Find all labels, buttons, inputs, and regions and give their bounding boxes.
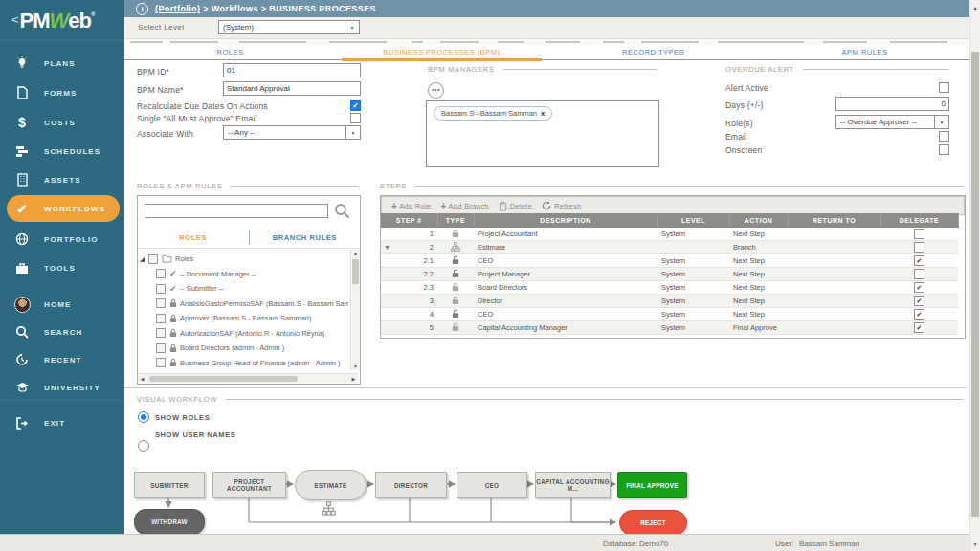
step-row[interactable]: 1 Project AccountantSystemNext Step xyxy=(381,228,958,241)
sidebar-item-portfolio[interactable]: PORTFOLIO xyxy=(0,228,124,251)
node-ceo[interactable]: CEO xyxy=(457,472,527,498)
pmweb-logo[interactable]: <PMWeb® xyxy=(11,9,94,33)
step-row-branch[interactable]: ▼2 EstimateBranch xyxy=(381,241,958,254)
email-checkbox[interactable] xyxy=(939,131,949,142)
show-user-names-radio[interactable] xyxy=(138,440,149,452)
sidebar-item-forms[interactable]: FORMS xyxy=(0,81,124,104)
node-director[interactable]: DIRECTOR xyxy=(375,472,447,498)
node-project-accountant[interactable]: PROJECT ACCOUNTANT xyxy=(212,472,286,498)
show-roles-radio[interactable] xyxy=(138,411,149,423)
delegate-checkbox[interactable] xyxy=(914,309,924,320)
node-capital-accounting[interactable]: CAPITAL ACCOUNTING M... xyxy=(535,472,611,498)
step-row[interactable]: 2.2 Project ManagerSystemNext Step xyxy=(381,268,958,281)
sidebar-item-university[interactable]: UNIVERSITY xyxy=(0,376,124,399)
row-expander-icon[interactable]: ▼ xyxy=(384,244,390,251)
scroll-up-icon[interactable]: ▲ xyxy=(970,5,980,11)
vertical-scrollbar[interactable]: ▲ ▼ xyxy=(969,0,980,551)
sidebar-item-workflows[interactable]: ✔ WORKFLOWS xyxy=(0,197,124,220)
delegate-checkbox[interactable] xyxy=(914,296,924,306)
tree-item[interactable]: Board Directors (admin - Admin ) xyxy=(140,341,348,356)
col-delegate[interactable]: DELEGATE xyxy=(880,213,958,228)
bpm-name-input[interactable] xyxy=(223,81,361,96)
col-level[interactable]: LEVEL xyxy=(657,213,729,228)
breadcrumb-portfolio-link[interactable]: (Portfolio) xyxy=(155,4,200,13)
delegate-checkbox[interactable] xyxy=(914,269,924,279)
scrollbar-thumb[interactable] xyxy=(352,259,359,284)
col-return-to[interactable]: RETURN TO xyxy=(788,213,880,228)
scrollbar-thumb[interactable] xyxy=(149,376,298,382)
node-submitter[interactable]: SUBMITTER xyxy=(134,472,205,498)
tree-checkbox[interactable] xyxy=(156,298,166,308)
node-reject[interactable]: REJECT xyxy=(619,510,687,536)
scroll-left-icon[interactable]: ◀ xyxy=(138,376,146,382)
tree-item[interactable]: Business Group Head of Finance (admin - … xyxy=(140,356,348,369)
scroll-right-icon[interactable]: ▶ xyxy=(349,376,358,382)
bpm-managers-picker-button[interactable]: ••• xyxy=(428,82,444,99)
scroll-down-icon[interactable]: ▼ xyxy=(970,541,980,547)
tree-item[interactable]: ✔ -- Document Manager -- xyxy=(140,267,348,282)
delegate-checkbox[interactable] xyxy=(914,242,924,253)
associate-with-dropdown[interactable]: -- Any -- ▼ xyxy=(223,125,361,140)
tree-item[interactable]: AnalisisGastoPermisoSAF (Bassam.S - Bass… xyxy=(140,297,348,312)
sidebar-item-tools[interactable]: TOOLS xyxy=(0,256,124,279)
col-description[interactable]: DESCRIPTION xyxy=(474,213,657,228)
scrollbar-thumb[interactable] xyxy=(971,52,979,517)
step-row[interactable]: 2.3 Board DirectorsSystemNext Step xyxy=(381,281,958,295)
scroll-up-icon[interactable]: ▲ xyxy=(351,251,360,256)
tab-roles[interactable]: ROLES xyxy=(124,45,336,59)
node-withdraw[interactable]: WITHDRAW xyxy=(134,509,205,535)
alert-active-checkbox[interactable] xyxy=(939,82,949,93)
tree-checkbox[interactable] xyxy=(156,284,166,294)
add-role-button[interactable]: +Add Role xyxy=(391,201,431,211)
tree-vertical-scrollbar[interactable]: ▲ ▼ xyxy=(350,250,360,370)
tree-checkbox[interactable] xyxy=(156,328,166,338)
step-row[interactable]: 5 Capital Accounting ManagerSystemFinal … xyxy=(381,321,958,335)
delegate-checkbox[interactable] xyxy=(914,255,924,266)
tab-business-processes[interactable]: BUSINESS PROCESSES (BPM) xyxy=(336,45,547,59)
select-level-dropdown[interactable]: (System) ▼ xyxy=(218,20,360,34)
tree-expander-icon[interactable]: ◢ xyxy=(140,255,147,263)
step-row[interactable]: 3 DirectorSystemNext Step xyxy=(381,295,958,308)
sidebar-item-home[interactable]: HOME xyxy=(0,293,124,316)
node-final-approve[interactable]: FINAL APPROVE xyxy=(617,472,687,498)
sidebar-item-costs[interactable]: $ COSTS xyxy=(0,111,124,134)
sidebar-item-recent[interactable]: RECENT xyxy=(0,348,124,371)
col-type[interactable]: TYPE xyxy=(437,213,474,228)
tree-checkbox[interactable] xyxy=(156,358,166,367)
scroll-down-icon[interactable]: ▼ xyxy=(351,364,360,369)
tree-item[interactable]: Approver (Bassam.S - Bassam Samman) xyxy=(140,311,348,326)
col-action[interactable]: ACTION xyxy=(729,213,788,228)
onscreen-checkbox[interactable] xyxy=(939,144,949,155)
delegate-checkbox[interactable] xyxy=(914,229,924,239)
sidebar-item-plans[interactable]: PLANS xyxy=(0,52,124,75)
roles-subtab[interactable]: ROLES xyxy=(138,233,249,242)
delete-button[interactable]: Delete xyxy=(499,201,532,211)
branch-rules-subtab[interactable]: BRANCH RULES xyxy=(250,233,361,242)
col-step[interactable]: STEP # xyxy=(381,213,437,228)
single-email-checkbox[interactable] xyxy=(350,113,361,123)
add-branch-button[interactable]: +Add Branch xyxy=(440,201,488,211)
manager-tag-remove[interactable]: x xyxy=(541,109,545,118)
roles-search-input[interactable] xyxy=(145,204,328,218)
tree-item[interactable]: AutorizacionSAF (Antonio.R - Antonio Rey… xyxy=(140,326,348,342)
tab-record-types[interactable]: RECORD TYPES xyxy=(547,45,759,59)
tree-checkbox[interactable] xyxy=(148,254,158,264)
node-estimate[interactable]: ESTIMATE xyxy=(295,470,367,500)
search-icon[interactable] xyxy=(334,203,350,223)
sidebar-item-schedules[interactable]: SCHEDULES xyxy=(0,140,124,163)
sidebar-item-exit[interactable]: EXIT xyxy=(0,411,124,434)
tree-checkbox[interactable] xyxy=(156,343,166,353)
step-row[interactable]: 2.1 CEOSystemNext Step xyxy=(381,254,958,268)
tree-item[interactable]: ✔ -- Submitter -- xyxy=(140,281,348,297)
tree-node-roles[interactable]: ◢ Roles xyxy=(140,252,348,267)
days-input[interactable] xyxy=(835,97,949,111)
recalc-checkbox[interactable] xyxy=(350,100,361,111)
sidebar-item-search[interactable]: SEARCH xyxy=(0,320,124,343)
info-icon[interactable]: i xyxy=(136,3,148,15)
tree-checkbox[interactable] xyxy=(156,269,166,278)
sidebar-item-assets[interactable]: ASSETS xyxy=(0,168,124,191)
tree-horizontal-scrollbar[interactable]: ◀ ▶ xyxy=(138,373,358,384)
bpm-id-input[interactable] xyxy=(223,63,361,77)
refresh-button[interactable]: Refresh xyxy=(542,201,581,210)
tree-checkbox[interactable] xyxy=(156,314,166,323)
